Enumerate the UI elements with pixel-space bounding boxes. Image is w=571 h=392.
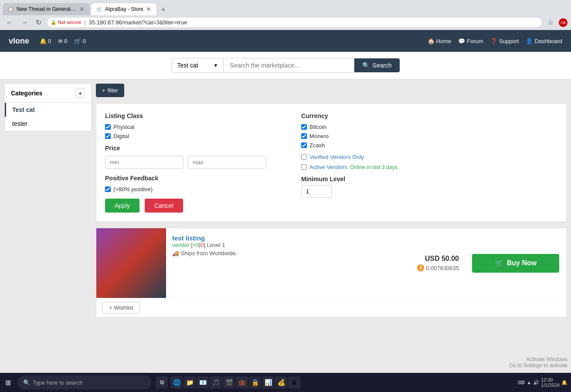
taskbar-email-icon[interactable]: 📧 — [197, 376, 209, 384]
online-label: Online in last 3 days. — [350, 164, 398, 170]
cancel-button[interactable]: Cancel — [145, 199, 183, 213]
taskbar-folder-icon[interactable]: 📁 — [184, 376, 196, 384]
listing-price: USD 50.00 ₿ 0.007830635 — [387, 228, 465, 298]
nav-dashboard[interactable]: 👤 Dashboard — [526, 38, 562, 44]
system-tray: ⌨ ▲ 🔊 12:001/1/2024 🔔 — [514, 377, 571, 384]
plus-icon: + — [102, 87, 105, 94]
tab-1-favicon: 📋 — [8, 7, 14, 12]
price-max-input[interactable] — [188, 156, 266, 169]
price-min-input[interactable] — [105, 156, 184, 169]
minimum-level-input[interactable] — [301, 185, 332, 198]
taskbar-app7-icon[interactable]: 🔒 — [249, 376, 261, 384]
wishlist-button[interactable]: + Wishlist — [102, 302, 140, 314]
app-header: vlone 🔔 0 ✉ 0 🛒 0 🏠 Home 💬 Forum ❓ Suppo… — [0, 30, 571, 52]
tab-1-close[interactable]: ✕ — [79, 6, 85, 13]
cart-icon: 🛒 — [495, 259, 503, 267]
positive-feedback-label[interactable]: (>80% positive) — [105, 186, 266, 193]
verified-vendors-section: Verified Vendors Only Active Vendors Onl… — [301, 154, 399, 170]
search-bar: Test cat ▼ 🔍 Search — [0, 52, 571, 79]
taskbar-chrome-icon[interactable]: 🌐 — [170, 376, 183, 384]
verified-vendors-checkbox[interactable] — [301, 154, 307, 160]
active-vendors-checkbox[interactable] — [301, 164, 307, 170]
physical-checkbox[interactable] — [105, 124, 111, 130]
price-row — [105, 156, 266, 169]
buy-now-section: 🛒 Buy Now — [465, 228, 566, 298]
vendor-rating: [+0|0] — [191, 242, 207, 248]
header-icons: 🔔 0 ✉ 0 🛒 0 — [40, 38, 86, 44]
taskbar-search-icon: 🔍 — [23, 379, 30, 385]
notifications-icon[interactable]: 🔔 0 — [40, 38, 51, 44]
start-button[interactable]: ⊞ — [0, 373, 16, 384]
price-btc: ₿ 0.007830635 — [417, 264, 459, 271]
verified-vendors-link[interactable]: Verified Vendors Only — [309, 154, 364, 160]
listing-image[interactable] — [96, 228, 166, 298]
taskbar-multitask-icon[interactable]: ⧉ — [156, 376, 168, 384]
wishlist-wrap: + Wishlist — [96, 298, 566, 317]
zcash-checkbox-label[interactable]: Zcash — [301, 142, 399, 149]
taskbar-app6-icon[interactable]: 💼 — [236, 376, 248, 384]
listing-class-section: Listing Class Physical Digital — [105, 112, 266, 139]
reload-button[interactable]: ↻ — [33, 17, 44, 27]
tab-1-title: New Thread in General Sellers M — [17, 6, 77, 12]
positive-feedback-checkbox[interactable] — [105, 186, 111, 192]
sidebar: Categories + Test cat tester — [4, 84, 92, 380]
bitcoin-checkbox-label[interactable]: Bitcoin — [301, 124, 399, 130]
filter-row: Listing Class Physical Digital Price — [105, 112, 557, 213]
bookmark-button[interactable]: ☆ — [545, 17, 556, 27]
zcash-checkbox[interactable] — [301, 142, 307, 148]
listing-card: test listing vendor [+0|0] Level 1 🚚 Shi… — [96, 228, 567, 318]
sidebar-add-button[interactable]: + — [75, 88, 85, 98]
active-vendors-label[interactable]: Active Vendors Online in last 3 days. — [301, 164, 399, 170]
digital-checkbox[interactable] — [105, 133, 111, 139]
network-icon: ▲ — [527, 380, 531, 384]
nav-forum[interactable]: 💬 Forum — [458, 38, 483, 44]
filter-panel: Listing Class Physical Digital Price — [96, 103, 567, 222]
tab-1[interactable]: 📋 New Thread in General Sellers M ✕ — [3, 3, 90, 15]
taskbar-app5-icon[interactable]: 🎬 — [223, 376, 235, 384]
volume-icon: 🔊 — [533, 380, 539, 385]
search-input[interactable] — [224, 58, 354, 73]
windows-taskbar: ⊞ 🔍 Type here to search ⧉ 🌐 📁 📧 🎵 🎬 💼 🔒 — [0, 373, 571, 384]
brand-logo: vlone — [9, 37, 29, 46]
search-button[interactable]: 🔍 Search — [354, 58, 399, 72]
address-input[interactable]: 🔒 Not secure | 35.180.87.96/market/?cat=… — [47, 17, 542, 28]
url-display: 35.180.87.96/market/?cat=3&filter=true — [89, 19, 187, 26]
vendor-link[interactable]: vendor — [172, 242, 190, 248]
tab-2[interactable]: 🛒 AlpraBay - Store ✕ — [91, 3, 157, 15]
digital-checkbox-label[interactable]: Digital — [105, 133, 266, 139]
sidebar-item-tester[interactable]: tester — [5, 117, 91, 131]
filter-right: Currency Bitcoin Monero Zcash — [301, 112, 399, 213]
sidebar-item-testcat[interactable]: Test cat — [5, 103, 91, 117]
bitcoin-checkbox[interactable] — [301, 124, 307, 130]
physical-checkbox-label[interactable]: Physical — [105, 124, 266, 130]
nav-support[interactable]: ❓ Support — [490, 38, 519, 44]
active-vendors-link[interactable]: Active Vendors — [309, 164, 347, 170]
listing-title[interactable]: test listing — [172, 234, 205, 242]
profile-icon: AB — [559, 18, 568, 27]
nav-home[interactable]: 🏠 Home — [428, 38, 452, 44]
messages-icon[interactable]: ✉ 0 — [58, 38, 67, 44]
monero-checkbox[interactable] — [301, 133, 307, 139]
taskbar-search-input[interactable]: Type here to search — [33, 379, 146, 385]
filter-actions: Apply Cancel — [105, 199, 266, 213]
tab-2-title: AlpraBay - Store — [105, 6, 143, 12]
sidebar-list: Test cat tester — [4, 102, 92, 131]
forward-button[interactable]: → — [18, 18, 31, 27]
monero-checkbox-label[interactable]: Monero — [301, 133, 399, 139]
new-tab-button[interactable]: + — [158, 4, 169, 15]
taskbar-search[interactable]: 🔍 Type here to search — [18, 375, 151, 384]
taskbar-app9-icon[interactable]: 💰 — [275, 376, 287, 384]
buy-now-button[interactable]: 🛒 Buy Now — [472, 254, 559, 273]
back-button[interactable]: ← — [3, 18, 16, 27]
taskbar-app4-icon[interactable]: 🎵 — [210, 376, 222, 384]
taskbar-app10-icon[interactable]: 🖥 — [288, 376, 300, 384]
search-category-select[interactable]: Test cat ▼ — [171, 58, 224, 73]
filter-toggle-button[interactable]: + filter — [96, 84, 124, 97]
taskbar-app8-icon[interactable]: 📊 — [262, 376, 274, 384]
not-secure-label: 🔒 Not secure — [51, 20, 81, 25]
price-usd: USD 50.00 — [425, 255, 459, 263]
verified-vendors-label[interactable]: Verified Vendors Only — [301, 154, 399, 160]
tab-2-close[interactable]: ✕ — [146, 6, 151, 13]
cart-icon[interactable]: 🛒 0 — [74, 38, 85, 44]
apply-button[interactable]: Apply — [105, 199, 139, 213]
